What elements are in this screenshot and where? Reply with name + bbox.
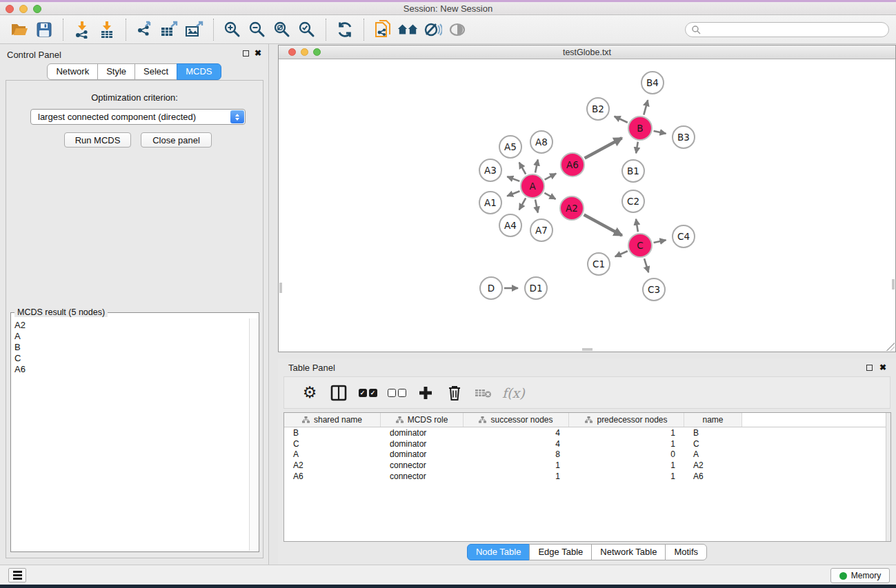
cell-predecessor-nodes[interactable]: 1 <box>569 460 684 471</box>
graph-node-A6[interactable]: A6 <box>561 153 584 176</box>
column-header-predecessor-nodes[interactable]: predecessor nodes <box>569 413 684 427</box>
window-resize-grip[interactable] <box>886 343 895 351</box>
cell-name[interactable]: A6 <box>684 471 742 482</box>
open-file-icon[interactable] <box>9 19 30 40</box>
graph-node-C1[interactable]: C1 <box>588 253 610 275</box>
tab-network-table[interactable]: Network Table <box>591 544 666 560</box>
tab-select[interactable]: Select <box>135 63 177 80</box>
graph-edge-B-B1[interactable] <box>636 142 638 154</box>
float-panel-icon[interactable] <box>243 50 249 57</box>
graph-node-B4[interactable]: B4 <box>641 72 664 94</box>
cell-mcds-role[interactable]: connector <box>381 471 464 482</box>
table-row[interactable]: B dominator 4 1 B <box>284 427 890 438</box>
cell-name[interactable]: B <box>684 427 742 438</box>
cell-name[interactable]: C <box>684 438 742 449</box>
graph-edge-A-A5[interactable] <box>519 163 526 174</box>
import-table-icon[interactable] <box>97 19 117 40</box>
cell-shared-name[interactable]: C <box>284 438 381 449</box>
network-canvas[interactable]: B4B2BB3A5A8A6A3AB1A1A2C2A4A7C4CC1DD1C3 <box>279 59 895 352</box>
unselect-all-icon[interactable]: ✓✓ <box>386 383 407 403</box>
graph-node-A4[interactable]: A4 <box>499 214 521 236</box>
graph-node-A3[interactable]: A3 <box>479 159 501 181</box>
network-window-titlebar[interactable]: testGlobe.txt <box>279 45 895 59</box>
table-close-panel-icon[interactable]: ✖ <box>879 363 886 372</box>
tab-node-table[interactable]: Node Table <box>467 544 530 560</box>
graph-edge-A-A8[interactable] <box>535 160 538 173</box>
cell-predecessor-nodes[interactable]: 1 <box>569 427 684 438</box>
graph-node-A7[interactable]: A7 <box>530 219 552 241</box>
select-all-icon[interactable]: ✓✓ <box>357 383 378 403</box>
import-network-icon[interactable] <box>72 19 92 40</box>
graph-edge-B-B4[interactable] <box>644 100 648 115</box>
table-vscrollbar[interactable] <box>886 413 890 541</box>
graph-node-A5[interactable]: A5 <box>499 136 521 158</box>
cell-mcds-role[interactable]: dominator <box>381 427 464 438</box>
cell-predecessor-nodes[interactable]: 0 <box>569 449 684 460</box>
zoom-fit-icon[interactable] <box>272 19 292 40</box>
net-vscroll-thumb-right[interactable] <box>892 279 895 290</box>
graph-edge-B-B2[interactable] <box>615 116 628 123</box>
table-mode-gear-icon[interactable]: ⚙ <box>299 383 320 403</box>
graph-node-D1[interactable]: D1 <box>525 277 547 299</box>
graph-node-B2[interactable]: B2 <box>587 98 609 120</box>
cell-predecessor-nodes[interactable]: 1 <box>569 438 684 449</box>
graph-node-B1[interactable]: B1 <box>622 160 644 182</box>
graph-node-C2[interactable]: C2 <box>622 190 644 212</box>
zoom-selected-icon[interactable] <box>297 19 317 40</box>
graph-edge-A-A2[interactable] <box>544 193 555 199</box>
graph-node-B[interactable]: B <box>628 116 652 140</box>
zoom-out-icon[interactable] <box>247 19 268 40</box>
table-row[interactable]: A dominator 8 0 A <box>284 449 890 460</box>
new-network-from-selection-icon[interactable] <box>372 19 393 40</box>
graph-edge-A-A1[interactable] <box>507 191 519 196</box>
graph-edge-A6-B[interactable] <box>585 138 622 158</box>
table-row[interactable]: C dominator 4 1 C <box>284 438 890 449</box>
graph-node-A2[interactable]: A2 <box>560 196 584 220</box>
hide-selected-icon[interactable] <box>422 19 443 40</box>
apply-layout-refresh-icon[interactable] <box>335 19 355 40</box>
column-header-mcds-role[interactable]: MCDS role <box>381 413 464 427</box>
cell-mcds-role[interactable]: dominator <box>381 438 464 449</box>
graph-edge-A2-C[interactable] <box>584 215 622 236</box>
cell-shared-name[interactable]: A2 <box>284 460 381 471</box>
table-float-panel-icon[interactable] <box>866 365 873 371</box>
graph-node-B3[interactable]: B3 <box>673 126 695 148</box>
graph-edge-C-C3[interactable] <box>644 258 648 272</box>
cell-name[interactable]: A2 <box>684 460 742 471</box>
graph-edge-A-A6[interactable] <box>545 174 557 180</box>
cell-successor-nodes[interactable]: 1 <box>464 460 569 471</box>
result-list-scrollbar[interactable] <box>249 318 258 551</box>
close-panel-button[interactable]: Close panel <box>141 132 212 148</box>
tab-style[interactable]: Style <box>97 63 135 80</box>
task-history-button[interactable] <box>8 568 26 582</box>
cell-mcds-role[interactable]: connector <box>381 460 464 471</box>
show-graphics-details-icon[interactable] <box>447 19 468 40</box>
show-columns-icon[interactable] <box>328 383 349 403</box>
export-image-icon[interactable] <box>184 19 205 40</box>
graph-edge-B-B3[interactable] <box>654 131 666 134</box>
net-vscroll-thumb-left[interactable] <box>279 283 282 293</box>
export-table-icon[interactable] <box>159 19 180 40</box>
cell-successor-nodes[interactable]: 4 <box>464 438 569 449</box>
cell-predecessor-nodes[interactable]: 1 <box>569 471 684 482</box>
graph-edge-A-A4[interactable] <box>519 198 526 210</box>
search-input[interactable] <box>701 25 883 34</box>
graph-node-A1[interactable]: A1 <box>479 192 501 214</box>
cell-mcds-role[interactable]: dominator <box>381 449 464 460</box>
graph-edge-A-A3[interactable] <box>507 176 519 181</box>
search-box[interactable] <box>685 22 889 37</box>
graph-node-C4[interactable]: C4 <box>673 225 695 247</box>
graph-edge-C-C1[interactable] <box>615 251 628 256</box>
tab-edge-table[interactable]: Edge Table <box>529 544 592 560</box>
add-column-icon[interactable] <box>415 383 436 403</box>
export-network-icon[interactable] <box>135 19 155 40</box>
delete-columns-trash-icon[interactable] <box>444 383 465 403</box>
graph-edge-C-C4[interactable] <box>654 240 666 243</box>
column-header-name[interactable]: name <box>684 413 742 427</box>
graph-node-A8[interactable]: A8 <box>530 131 552 153</box>
cell-name[interactable]: A <box>684 449 742 460</box>
run-mcds-button[interactable]: Run MCDS <box>64 132 131 148</box>
tab-motifs[interactable]: Motifs <box>665 544 707 560</box>
cell-successor-nodes[interactable]: 1 <box>464 471 569 482</box>
cell-shared-name[interactable]: B <box>284 427 381 438</box>
